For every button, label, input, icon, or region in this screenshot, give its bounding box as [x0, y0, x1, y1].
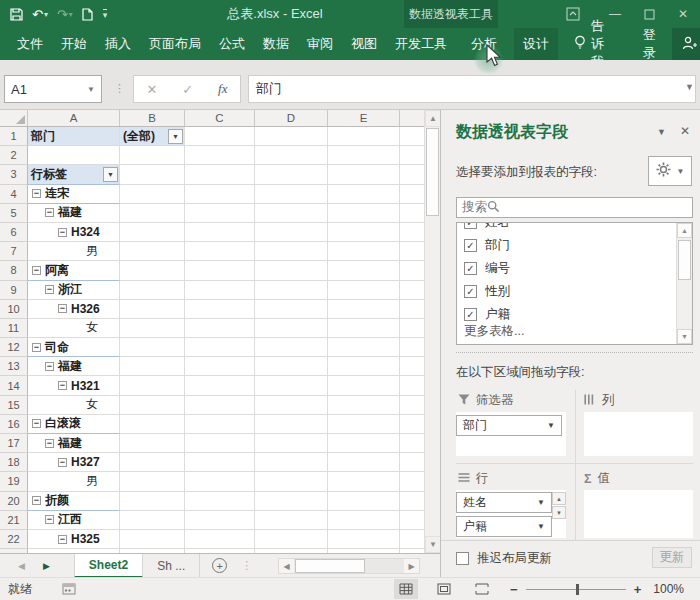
- cell-E1[interactable]: [328, 127, 400, 146]
- cell-C6[interactable]: [185, 223, 255, 242]
- collapse-icon[interactable]: −: [32, 419, 41, 428]
- insert-function-icon[interactable]: fx: [218, 81, 227, 97]
- cell-E19[interactable]: [328, 472, 400, 491]
- row-header-22[interactable]: 22: [0, 530, 28, 549]
- cell-E9[interactable]: [328, 281, 400, 300]
- cell-D2[interactable]: [255, 146, 328, 165]
- pill-caret-icon[interactable]: ▼: [537, 522, 545, 531]
- sheet-tab-Sheet2[interactable]: Sheet2: [74, 554, 143, 578]
- cell-C5[interactable]: [185, 204, 255, 223]
- close-button[interactable]: ✕: [666, 0, 700, 28]
- cell-C10[interactable]: [185, 300, 255, 319]
- cell-F14[interactable]: [400, 376, 424, 395]
- cell-A16[interactable]: −白滚滚: [28, 415, 120, 434]
- cell-A14[interactable]: −H321: [28, 376, 120, 395]
- cell-B19[interactable]: [120, 472, 185, 491]
- row-header-19[interactable]: 19: [0, 472, 28, 491]
- horizontal-scroll-thumb[interactable]: [295, 559, 365, 573]
- cell-D3[interactable]: [255, 165, 328, 184]
- collapse-icon[interactable]: −: [45, 208, 54, 217]
- cell-F20[interactable]: [400, 492, 424, 511]
- cell-E14[interactable]: [328, 376, 400, 395]
- tell-me-button[interactable]: 告诉我...: [568, 28, 621, 60]
- cell-F18[interactable]: [400, 453, 424, 472]
- cell-A20[interactable]: −折颜: [28, 492, 120, 511]
- cell-F16[interactable]: [400, 415, 424, 434]
- cell-A19[interactable]: 男: [28, 472, 120, 491]
- row-header-9[interactable]: 9: [0, 281, 28, 300]
- columns-drop-area[interactable]: [584, 412, 693, 456]
- row-pill-姓名[interactable]: 姓名▼: [456, 492, 552, 513]
- scroll-up-icon[interactable]: ▲: [425, 110, 440, 127]
- col-header-B[interactable]: B: [120, 110, 185, 126]
- hscroll-left-icon[interactable]: ◀: [279, 559, 294, 573]
- cell-A11[interactable]: 女: [28, 319, 120, 338]
- field-checkbox[interactable]: ✓: [464, 285, 477, 298]
- name-box[interactable]: A1 ▼: [4, 75, 102, 103]
- row-header-12[interactable]: 12: [0, 338, 28, 357]
- cell-D1[interactable]: [255, 127, 328, 146]
- row-header-16[interactable]: 16: [0, 415, 28, 434]
- formula-input[interactable]: 部门: [248, 75, 696, 103]
- cell-F8[interactable]: [400, 261, 424, 280]
- collapse-icon[interactable]: −: [58, 535, 67, 544]
- cell-F9[interactable]: [400, 281, 424, 300]
- cell-C3[interactable]: [185, 165, 255, 184]
- new-file-icon[interactable]: [82, 8, 93, 21]
- cell-B2[interactable]: [120, 146, 185, 165]
- collapse-icon[interactable]: −: [32, 189, 41, 198]
- rows-scroll-up-icon[interactable]: ▲: [552, 492, 566, 505]
- cell-D22[interactable]: [255, 530, 328, 549]
- cell-F13[interactable]: [400, 357, 424, 376]
- cell-B15[interactable]: [120, 396, 185, 415]
- pill-caret-icon[interactable]: ▼: [537, 498, 545, 507]
- tab-review[interactable]: 审阅: [298, 28, 342, 60]
- maximize-button[interactable]: [632, 0, 666, 28]
- cell-F21[interactable]: [400, 511, 424, 530]
- cancel-entry-icon[interactable]: ✕: [146, 82, 157, 97]
- page-break-view-icon[interactable]: [470, 579, 494, 599]
- cell-F22[interactable]: [400, 530, 424, 549]
- more-tables-link[interactable]: 更多表格...: [464, 323, 524, 340]
- cell-E3[interactable]: [328, 165, 400, 184]
- row-header-8[interactable]: 8: [0, 261, 28, 280]
- field-scroll-thumb[interactable]: [678, 240, 691, 280]
- cell-D21[interactable]: [255, 511, 328, 530]
- rows-scroll-down-icon[interactable]: ▼: [552, 506, 566, 519]
- cell-F12[interactable]: [400, 338, 424, 357]
- field-scroll-down-icon[interactable]: ▼: [677, 329, 692, 344]
- cell-E13[interactable]: [328, 357, 400, 376]
- cell-E20[interactable]: [328, 492, 400, 511]
- field-scroll-up-icon[interactable]: ▲: [677, 223, 692, 238]
- values-drop-area[interactable]: [584, 490, 693, 538]
- cell-F11[interactable]: [400, 319, 424, 338]
- tab-page-layout[interactable]: 页面布局: [140, 28, 210, 60]
- ribbon-display-options-icon[interactable]: [556, 0, 590, 28]
- collapse-icon[interactable]: −: [32, 496, 41, 505]
- cell-D11[interactable]: [255, 319, 328, 338]
- customize-qat-button[interactable]: ▾: [102, 9, 108, 20]
- update-button[interactable]: 更新: [652, 547, 692, 568]
- cell-B4[interactable]: [120, 185, 185, 204]
- collapse-icon[interactable]: −: [32, 266, 41, 275]
- row-header-11[interactable]: 11: [0, 319, 28, 338]
- redo-button[interactable]: ↷▾: [57, 7, 73, 22]
- cell-B13[interactable]: [120, 357, 185, 376]
- collapse-icon[interactable]: −: [45, 362, 54, 371]
- cell-D6[interactable]: [255, 223, 328, 242]
- cell-C8[interactable]: [185, 261, 255, 280]
- tab-home[interactable]: 开始: [52, 28, 96, 60]
- collapse-icon[interactable]: −: [45, 285, 54, 294]
- cell-E8[interactable]: [328, 261, 400, 280]
- cell-C17[interactable]: [185, 434, 255, 453]
- tab-insert[interactable]: 插入: [96, 28, 140, 60]
- row-header-2[interactable]: 2: [0, 146, 28, 165]
- vertical-scroll-thumb[interactable]: [426, 128, 439, 216]
- pill-caret-icon[interactable]: ▼: [547, 421, 555, 430]
- cell-E4[interactable]: [328, 185, 400, 204]
- cell-D20[interactable]: [255, 492, 328, 511]
- tab-data[interactable]: 数据: [254, 28, 298, 60]
- rows-drop-area[interactable]: 姓名▼户籍▼ ▲ ▼: [456, 490, 566, 538]
- cell-E12[interactable]: [328, 338, 400, 357]
- save-icon[interactable]: [10, 8, 23, 21]
